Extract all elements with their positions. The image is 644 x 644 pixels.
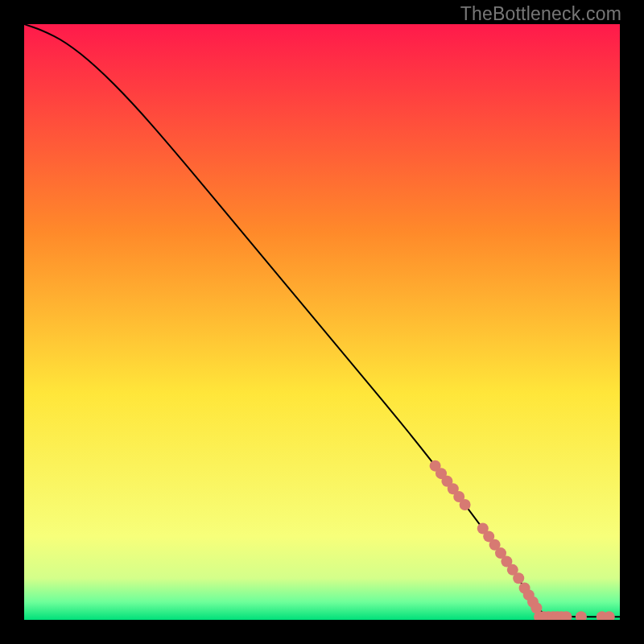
chart-svg (24, 24, 620, 620)
chart-container: TheBottleneck.com (0, 0, 644, 644)
gradient-background (24, 24, 620, 620)
watermark-text: TheBottleneck.com (460, 3, 621, 25)
data-marker (460, 499, 471, 510)
plot-area (24, 24, 620, 620)
data-marker (513, 572, 524, 584)
